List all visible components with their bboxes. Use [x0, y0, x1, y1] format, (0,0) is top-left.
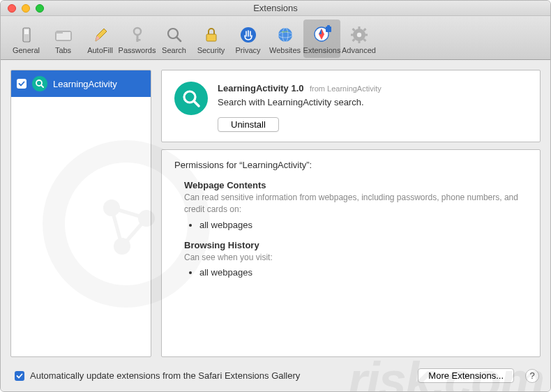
- tab-privacy[interactable]: Privacy: [229, 20, 266, 58]
- minimize-window-button[interactable]: [22, 4, 30, 13]
- magnifier-icon: [32, 76, 47, 91]
- svg-line-8: [176, 37, 181, 41]
- tabs-icon: [53, 24, 74, 45]
- svg-rect-9: [206, 34, 216, 41]
- detail-header-box: LearningActivity 1.0 from LearningActivi…: [161, 70, 541, 142]
- extension-description: Search with LearningActivity search.: [218, 97, 527, 107]
- extension-title: LearningActivity 1.0: [218, 83, 304, 93]
- tab-advanced[interactable]: Advanced: [340, 20, 377, 58]
- tab-security[interactable]: Security: [193, 20, 229, 58]
- extension-row-learningactivity[interactable]: LearningActivity: [11, 70, 151, 97]
- pencil-icon: [90, 24, 111, 45]
- lock-icon: [201, 24, 222, 45]
- help-button[interactable]: ?: [525, 369, 539, 383]
- tab-passwords[interactable]: Passwords: [119, 20, 156, 58]
- hand-icon: [238, 24, 259, 45]
- tab-autofill[interactable]: AutoFill: [82, 20, 119, 58]
- svg-rect-3: [56, 31, 63, 33]
- gear-icon: [349, 24, 370, 45]
- tab-general[interactable]: General: [8, 20, 45, 58]
- close-window-button[interactable]: [8, 4, 16, 13]
- extension-author: from LearningActivity: [310, 84, 382, 93]
- tab-search[interactable]: Search: [156, 20, 193, 58]
- extensions-list[interactable]: LearningActivity: [10, 70, 151, 357]
- body: LearningActivity LearningActivity 1.0 fr…: [1, 60, 550, 392]
- permissions-box: Permissions for “LearningActivity”: Webp…: [161, 149, 541, 357]
- extension-detail: LearningActivity 1.0 from LearningActivi…: [161, 70, 541, 357]
- svg-rect-21: [351, 33, 354, 36]
- uninstall-button[interactable]: Uninstall: [218, 117, 279, 132]
- permission-item: all webpages: [199, 220, 527, 230]
- search-icon: [164, 24, 185, 45]
- window-title: Extensions: [1, 3, 550, 13]
- traffic-lights: [8, 4, 44, 13]
- permission-item: all webpages: [199, 267, 527, 278]
- svg-rect-6: [136, 39, 140, 41]
- puzzle-compass-icon: [312, 24, 333, 45]
- footer: Automatically update extensions from the…: [1, 363, 550, 392]
- permissions-header: Permissions for “LearningActivity”:: [174, 160, 527, 170]
- magnifier-icon: [174, 82, 208, 115]
- extension-enable-checkbox[interactable]: [17, 79, 27, 89]
- svg-point-11: [278, 28, 292, 42]
- key-icon: [127, 24, 148, 45]
- tab-extensions[interactable]: Extensions: [303, 20, 340, 58]
- more-extensions-button[interactable]: More Extensions...: [418, 368, 514, 383]
- permission-section-webpage-contents: Webpage Contents Can read sensitive info…: [184, 180, 527, 230]
- svg-rect-1: [24, 29, 29, 34]
- svg-rect-22: [365, 33, 368, 36]
- globe-icon: [275, 24, 296, 45]
- svg-point-4: [134, 28, 141, 35]
- preferences-toolbar: General Tabs AutoFill Passwords Search: [1, 16, 550, 60]
- zoom-window-button[interactable]: [36, 4, 44, 13]
- svg-rect-20: [358, 40, 360, 43]
- extensions-window: Extensions General Tabs AutoFill Passwor…: [0, 0, 551, 392]
- svg-point-18: [356, 32, 361, 36]
- svg-line-28: [41, 85, 43, 87]
- svg-line-30: [194, 101, 199, 106]
- tab-websites[interactable]: Websites: [266, 20, 303, 58]
- permission-section-browsing-history: Browsing History Can see when you visit:…: [184, 240, 527, 278]
- auto-update-checkbox[interactable]: [15, 371, 24, 381]
- switch-icon: [16, 24, 37, 45]
- tab-tabs[interactable]: Tabs: [45, 20, 82, 58]
- extension-name: LearningActivity: [53, 79, 117, 89]
- svg-rect-19: [358, 27, 360, 29]
- titlebar[interactable]: Extensions: [1, 1, 550, 16]
- auto-update-label: Automatically update extensions from the…: [30, 370, 412, 381]
